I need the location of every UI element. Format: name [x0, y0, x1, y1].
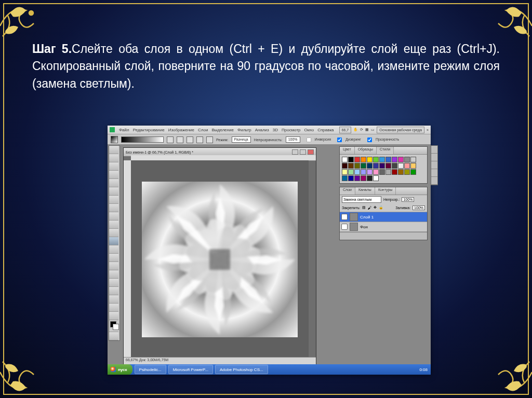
menu-Файл[interactable]: Файл	[119, 128, 129, 132]
eraser-tool[interactable]	[109, 229, 118, 237]
swatch[interactable]	[361, 163, 366, 169]
dodge-tool[interactable]	[109, 254, 118, 262]
dock-icon[interactable]	[431, 161, 437, 169]
arrange-icon[interactable]: ▦	[365, 128, 369, 132]
gradient-tool[interactable]	[109, 237, 118, 245]
tab-Образцы[interactable]: Образцы	[355, 147, 377, 154]
tab-Слои[interactable]: Слои	[340, 187, 355, 195]
swatch[interactable]	[392, 157, 397, 162]
eyedropper-tool[interactable]	[109, 187, 118, 196]
swatch[interactable]	[354, 163, 360, 169]
hand-tool[interactable]	[109, 304, 118, 312]
menu-Просмотр[interactable]: Просмотр	[282, 128, 301, 132]
shape-tool[interactable]	[109, 287, 118, 295]
swatch[interactable]	[373, 169, 379, 175]
dock-icon[interactable]	[431, 169, 437, 177]
blend-mode-dropdown[interactable]: Замена светлым	[342, 196, 381, 203]
screen-mode-icon[interactable]: ▭	[371, 128, 375, 132]
swatch[interactable]	[385, 169, 391, 175]
history-brush-tool[interactable]	[109, 221, 118, 229]
menu-Выделение[interactable]: Выделение	[211, 128, 233, 132]
gradient-type-reflected[interactable]	[196, 136, 203, 143]
chevron-right-icon[interactable]: »	[427, 128, 429, 132]
swatch[interactable]	[348, 175, 354, 181]
swatch[interactable]	[373, 175, 379, 181]
gradient-type-diamond[interactable]	[206, 136, 213, 143]
opacity-field[interactable]: 100%	[286, 136, 300, 143]
swatch[interactable]	[398, 169, 404, 175]
swatch[interactable]	[348, 157, 354, 162]
swatch[interactable]	[342, 157, 348, 162]
lasso-tool[interactable]	[109, 162, 118, 171]
swatch[interactable]	[348, 169, 354, 175]
taskbar-task[interactable]: Adobe Photoshop CS...	[215, 365, 268, 374]
transparency-checkbox[interactable]: Прозрачность	[364, 135, 399, 145]
swatch[interactable]	[398, 163, 404, 169]
swatch[interactable]	[404, 169, 410, 175]
quickmask-toggle[interactable]	[109, 332, 118, 340]
lock-transparent-icon[interactable]: ▧	[362, 205, 366, 210]
swatch[interactable]	[385, 163, 391, 169]
tab-Цвет[interactable]: Цвет	[340, 147, 355, 154]
layer-row[interactable]: Слой 1	[340, 212, 427, 222]
gradient-type-linear[interactable]	[167, 136, 174, 143]
workspace-selector[interactable]: Основная рабочая среда	[377, 127, 424, 133]
swatch[interactable]	[348, 163, 354, 169]
swatch[interactable]	[392, 169, 397, 175]
fill-field[interactable]: 100%	[413, 205, 425, 210]
wand-tool[interactable]	[109, 171, 118, 179]
dock-icon[interactable]	[431, 154, 437, 161]
swatch[interactable]	[354, 157, 360, 162]
inverse-checkbox[interactable]: Инверсия	[303, 135, 331, 145]
zoom-field[interactable]: 66,7	[339, 127, 352, 133]
swatch[interactable]	[361, 175, 366, 181]
tab-Каналы[interactable]: Каналы	[355, 187, 375, 195]
gradient-type-angle[interactable]	[187, 136, 193, 143]
minimize-button[interactable]	[292, 149, 298, 155]
lock-pixels-icon[interactable]: 🖌	[368, 206, 371, 210]
tab-Стили[interactable]: Стили	[377, 147, 394, 154]
menu-Окно[interactable]: Окно	[304, 128, 314, 132]
layer-opacity-field[interactable]: 100%	[402, 197, 414, 202]
marquee-tool[interactable]	[109, 154, 118, 162]
hand-icon[interactable]: ✋	[353, 128, 358, 132]
menu-Редактирование[interactable]: Редактирование	[133, 128, 165, 132]
lock-position-icon[interactable]: ✥	[374, 205, 377, 210]
zoom-tool[interactable]	[109, 312, 118, 320]
swatch[interactable]	[373, 163, 379, 169]
dock-icon[interactable]	[431, 146, 437, 154]
swatch[interactable]	[354, 175, 360, 181]
blur-tool[interactable]	[109, 245, 118, 254]
swatch[interactable]	[361, 157, 366, 162]
swatch[interactable]	[404, 157, 410, 162]
brush-tool[interactable]	[109, 204, 118, 212]
pen-tool[interactable]	[109, 262, 118, 270]
swatch[interactable]	[367, 163, 373, 169]
crop-tool[interactable]	[109, 179, 118, 187]
swatch[interactable]	[410, 169, 416, 175]
swatch[interactable]	[410, 157, 416, 162]
start-button[interactable]: пуск	[108, 364, 132, 375]
path-tool[interactable]	[109, 279, 118, 287]
menu-Анализ[interactable]: Анализ	[255, 128, 269, 132]
mode-dropdown[interactable]: Разница	[232, 136, 251, 143]
swatch[interactable]	[342, 163, 348, 169]
layer-row[interactable]: Фон	[340, 222, 427, 232]
swatch[interactable]	[342, 169, 348, 175]
swatch[interactable]	[361, 169, 366, 175]
view-rotate-icon[interactable]: ⟳	[360, 128, 363, 132]
visibility-toggle[interactable]	[341, 224, 348, 230]
swatch[interactable]	[404, 163, 410, 169]
taskbar-task[interactable]: Psihodelic...	[135, 365, 166, 374]
swatch[interactable]	[379, 163, 385, 169]
close-button[interactable]	[308, 149, 314, 155]
swatch[interactable]	[342, 175, 348, 181]
taskbar-task[interactable]: Microsoft PowerP...	[168, 365, 213, 374]
visibility-toggle[interactable]	[341, 214, 348, 220]
stamp-tool[interactable]	[109, 212, 118, 221]
move-tool[interactable]	[109, 146, 118, 154]
tab-Контуры[interactable]: Контуры	[375, 187, 396, 195]
swatch[interactable]	[385, 157, 391, 162]
healing-tool[interactable]	[109, 196, 118, 204]
menu-Фильтр[interactable]: Фильтр	[237, 128, 251, 132]
